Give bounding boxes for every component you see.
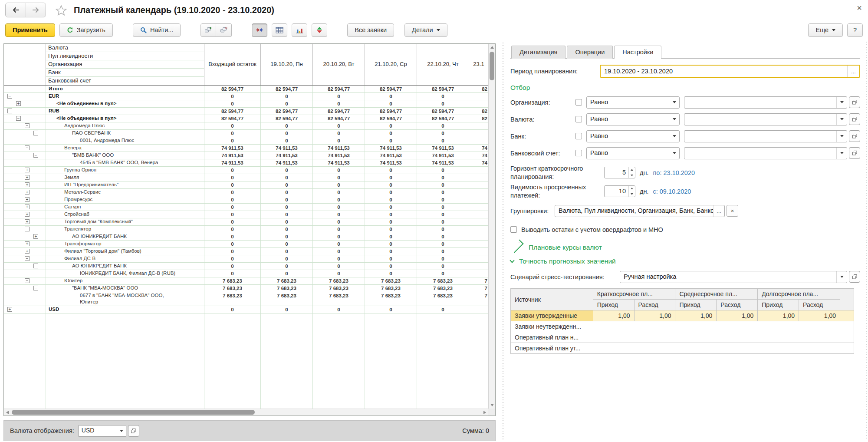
expand-groups-icon[interactable] (201, 23, 216, 37)
find-button[interactable]: Найти... (133, 23, 181, 37)
tab-operacii[interactable]: Операции (567, 46, 613, 59)
display-currency-value[interactable]: USD (79, 425, 117, 437)
favorite-star-icon[interactable] (56, 5, 67, 16)
choose-scenario-button[interactable] (849, 271, 860, 283)
period-picker-button[interactable]: ... (847, 66, 859, 77)
filter-condition-combo[interactable]: Равно (586, 96, 680, 109)
accuracy-value[interactable]: 1,00 (717, 310, 758, 321)
accuracy-row[interactable]: Заявки утвержденные1,001,001,001,001,001… (511, 310, 854, 321)
scroll-up-icon[interactable] (490, 46, 494, 49)
accuracy-value[interactable]: 1,00 (758, 310, 799, 321)
table-row[interactable]: +Сатурн00000 (4, 204, 488, 211)
groupings-picker-button[interactable]: ... (713, 205, 724, 217)
chart-view-icon[interactable] (292, 23, 307, 37)
accuracy-subcol[interactable]: Расход (717, 300, 758, 310)
expand-icon[interactable]: + (25, 182, 30, 187)
accuracy-source[interactable]: Оперативный план ут... (511, 343, 593, 354)
table-row[interactable]: +Стройснаб00000 (4, 211, 488, 218)
scenario-value[interactable]: Ручная настройка (620, 271, 836, 283)
combo-dropdown-icon[interactable] (836, 97, 847, 108)
accuracy-source[interactable]: Заявки утвержденные (511, 310, 593, 321)
filter-checkbox[interactable] (575, 99, 582, 106)
tab-nastroyki[interactable]: Настройки (614, 46, 661, 59)
expand-icon[interactable]: + (25, 197, 30, 202)
expand-icon[interactable]: + (25, 219, 30, 224)
collapse-icon[interactable]: − (33, 264, 38, 268)
apply-button[interactable]: Применить (5, 23, 55, 37)
choose-value-button[interactable] (849, 113, 860, 125)
accuracy-source[interactable]: Оперативный план н... (511, 332, 593, 343)
expand-icon[interactable]: + (25, 241, 30, 246)
groupings-value[interactable]: Валюта, Пул ликвидности, Организация, Ба… (555, 205, 713, 217)
filter-condition-value[interactable]: Равно (587, 114, 669, 125)
column-date-header[interactable]: 20.10.20, Вт (313, 44, 365, 85)
accuracy-subcol[interactable]: Расход (799, 300, 840, 310)
accuracy-row[interactable]: Заявки неутвержденн... (511, 321, 854, 332)
expand-icon[interactable]: + (25, 205, 30, 209)
collapse-columns-icon[interactable] (252, 23, 267, 37)
table-row[interactable]: +АО ЮНИКРЕДИТ БАНК00000 (4, 233, 488, 241)
collapse-groups-icon[interactable] (216, 23, 232, 37)
table-row[interactable]: +Металл-Сервис00000 (4, 189, 488, 196)
planning-period-value[interactable]: 19.10.2020 - 23.10.2020 (601, 66, 847, 77)
table-row[interactable]: Итого82 594,7782 594,7782 594,7782 594,7… (4, 86, 488, 93)
expand-icon[interactable]: + (33, 234, 38, 239)
choose-value-button[interactable] (849, 130, 860, 142)
filter-value[interactable] (684, 114, 836, 125)
column-date-header[interactable]: 23.1 (469, 44, 488, 85)
spinner-up-icon[interactable] (628, 186, 635, 191)
combo-dropdown-icon[interactable] (836, 131, 847, 142)
details-button[interactable]: Детали (404, 23, 447, 37)
table-row[interactable]: 4545 в "БМВ БАНК" ООО, Венера74 911,5374… (4, 159, 488, 167)
vertical-scrollbar-thumb[interactable] (490, 52, 494, 80)
accuracy-col-group[interactable]: Среднесрочное пл... (675, 289, 758, 300)
accuracy-col-source[interactable]: Источник (511, 289, 593, 310)
table-row[interactable]: −Венера74 911,5374 911,5374 911,5374 911… (4, 145, 488, 152)
collapse-icon[interactable]: − (25, 278, 30, 283)
collapse-icon[interactable]: − (33, 286, 38, 290)
planned-rates-section[interactable]: Плановые курсы валют (510, 244, 860, 251)
table-row[interactable]: −АО ЮНИКРЕДИТ БАНК00000 (4, 263, 488, 270)
filter-condition-combo[interactable]: Равно (586, 147, 680, 159)
table-row[interactable]: 0001, Андромеда Плюс00000 (4, 137, 488, 145)
filter-value-combo[interactable] (684, 96, 847, 109)
accuracy-col-group[interactable]: Долгосрочное пла... (758, 289, 840, 300)
filter-condition-value[interactable]: Равно (587, 148, 669, 159)
table-row[interactable]: +Трансформатор00000 (4, 241, 488, 248)
scroll-down-icon[interactable] (490, 404, 494, 406)
table-row[interactable]: −"БМВ БАНК" ООО74 911,5374 911,5374 911,… (4, 152, 488, 159)
table-row[interactable]: +Группа Орион00000 (4, 167, 488, 174)
grouping-field-label[interactable]: Банк (46, 69, 204, 77)
expand-icon[interactable]: + (25, 168, 30, 172)
table-row[interactable]: +Филиал "Торговый дом" (Тамбов)00000 (4, 248, 488, 255)
expand-icon[interactable]: + (16, 101, 21, 106)
tab-detalizaciya[interactable]: Детализация (511, 46, 566, 59)
collapse-icon[interactable]: − (33, 153, 38, 158)
groupings-clear-button[interactable]: × (727, 205, 738, 217)
horizon-value[interactable]: 5 (605, 167, 628, 178)
filter-value-combo[interactable] (684, 113, 847, 125)
collapse-icon[interactable]: − (25, 227, 30, 231)
accuracy-col-group[interactable]: Краткосрочное пл... (593, 289, 675, 300)
combo-dropdown-icon[interactable] (836, 148, 847, 159)
spinner-down-icon[interactable] (628, 173, 635, 178)
choose-value-button[interactable] (849, 96, 860, 108)
table-row[interactable]: −Юпитер7 683,237 683,237 683,237 683,237… (4, 277, 488, 285)
grouping-field-label[interactable]: Организация (46, 60, 204, 69)
collapse-icon[interactable]: − (25, 123, 30, 128)
scroll-left-icon[interactable] (6, 411, 9, 414)
spinner-down-icon[interactable] (628, 191, 635, 197)
scroll-right-icon[interactable] (483, 411, 486, 414)
table-row[interactable]: −EUR00000 (4, 93, 488, 100)
filter-value-combo[interactable] (684, 130, 847, 142)
table-row[interactable]: −Транслятор00000 (4, 226, 488, 233)
accuracy-subcol[interactable]: Приход (758, 300, 799, 310)
spinner-up-icon[interactable] (628, 167, 635, 173)
vertical-scrollbar[interactable] (488, 44, 495, 409)
pane-splitter[interactable] (500, 40, 506, 442)
table-row[interactable]: +Земля00000 (4, 174, 488, 181)
filter-condition-combo[interactable]: Равно (586, 130, 680, 142)
more-button[interactable]: Еще (808, 23, 843, 37)
table-row[interactable]: +Торговый дом "Комплексный"00000 (4, 218, 488, 226)
table-row[interactable]: −RUB82 594,7782 594,7782 594,7782 594,77… (4, 108, 488, 115)
